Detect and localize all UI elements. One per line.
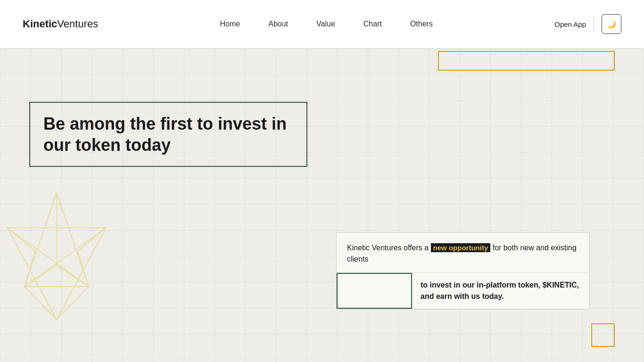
info-card-top: Kinetic Ventures offers a new opportunit… xyxy=(337,233,589,273)
star-decoration xyxy=(0,183,127,334)
svg-line-11 xyxy=(7,228,57,320)
svg-line-10 xyxy=(57,287,89,320)
open-app-button[interactable]: Open App xyxy=(554,20,586,28)
nav-item-others[interactable]: Others xyxy=(410,20,433,28)
nav-link-value[interactable]: Value xyxy=(316,20,335,28)
svg-line-3 xyxy=(25,228,106,287)
info-card: Kinetic Ventures offers a new opportunit… xyxy=(336,232,590,309)
nav-item-home[interactable]: Home xyxy=(220,20,240,28)
nav-link-others[interactable]: Others xyxy=(410,20,433,28)
nav-link-home[interactable]: Home xyxy=(220,20,240,28)
hero-text-box: Be among the first to invest in our toke… xyxy=(29,102,307,167)
navbar: KineticVentures Home About Value Chart O… xyxy=(0,0,644,49)
info-card-green-border-box xyxy=(337,273,412,309)
highlight-new-opportunity: new opportunity xyxy=(431,243,491,252)
svg-line-9 xyxy=(25,287,57,320)
gold-rectangle-bottom xyxy=(591,323,615,347)
logo-ventures-text: Ventures xyxy=(57,18,98,30)
logo[interactable]: KineticVentures xyxy=(23,18,98,30)
nav-item-value[interactable]: Value xyxy=(316,20,335,28)
logo-kinetic-text: Kinetic xyxy=(23,18,57,30)
nav-right: Open App 🌙 xyxy=(554,14,621,34)
nav-item-about[interactable]: About xyxy=(268,20,288,28)
svg-line-5 xyxy=(25,192,57,287)
hero-heading: Be among the first to invest in our toke… xyxy=(43,113,293,156)
info-card-invest-text: to invest in our in-platform token, $KIN… xyxy=(412,273,589,309)
main-content: Be among the first to invest in our toke… xyxy=(0,49,644,362)
gold-rectangle-top xyxy=(438,51,615,71)
info-card-description: Kinetic Ventures offers a new opportunit… xyxy=(347,242,579,265)
nav-links: Home About Value Chart Others xyxy=(220,20,433,28)
svg-line-4 xyxy=(7,228,89,287)
nav-link-chart[interactable]: Chart xyxy=(363,20,382,28)
svg-line-12 xyxy=(57,228,106,320)
dark-mode-button[interactable]: 🌙 xyxy=(602,14,621,34)
moon-icon: 🌙 xyxy=(607,20,616,29)
nav-item-chart[interactable]: Chart xyxy=(363,20,382,28)
nav-divider xyxy=(594,16,594,33)
nav-link-about[interactable]: About xyxy=(268,20,288,28)
info-card-bottom: to invest in our in-platform token, $KIN… xyxy=(337,273,589,309)
svg-line-6 xyxy=(57,192,89,287)
info-text-before: Kinetic Ventures offers a xyxy=(347,244,431,252)
